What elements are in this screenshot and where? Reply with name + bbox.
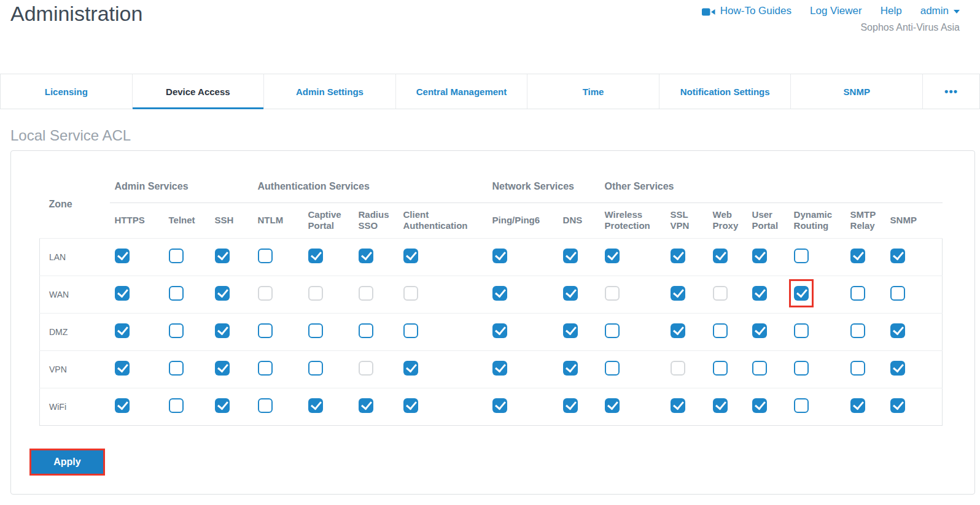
wan-ssl-vpn-checkbox[interactable] bbox=[671, 286, 685, 301]
wan-dns-checkbox[interactable] bbox=[563, 286, 578, 301]
lan-telnet-checkbox[interactable] bbox=[169, 249, 184, 263]
dmz-captive-portal-checkbox[interactable] bbox=[308, 323, 323, 338]
tab-snmp[interactable]: SNMP bbox=[791, 74, 923, 109]
dmz-ping-ping6-checkbox[interactable] bbox=[492, 323, 507, 338]
acl-cell bbox=[789, 350, 846, 388]
lan-smtp-relay-checkbox[interactable] bbox=[850, 249, 865, 263]
dmz-client-authentication-checkbox[interactable] bbox=[403, 323, 418, 338]
checkbox-wrap bbox=[713, 286, 728, 301]
tab-central-management[interactable]: Central Management bbox=[396, 74, 528, 109]
wifi-ssl-vpn-checkbox[interactable] bbox=[671, 398, 685, 413]
acl-cell bbox=[666, 238, 708, 276]
wifi-radius-sso-checkbox[interactable] bbox=[359, 398, 373, 413]
vpn-dns-checkbox[interactable] bbox=[563, 361, 578, 376]
vpn-ping-ping6-checkbox[interactable] bbox=[492, 361, 507, 376]
wifi-snmp-checkbox[interactable] bbox=[890, 398, 905, 413]
dmz-radius-sso-checkbox[interactable] bbox=[359, 323, 373, 338]
lan-ping-ping6-checkbox[interactable] bbox=[492, 249, 507, 263]
wifi-wireless-protection-checkbox[interactable] bbox=[605, 398, 620, 413]
how-to-guides-label: How-To Guides bbox=[720, 5, 791, 17]
wan-user-portal-checkbox[interactable] bbox=[752, 286, 767, 301]
acl-cell bbox=[747, 238, 789, 276]
wan-snmp-checkbox[interactable] bbox=[890, 286, 905, 301]
wifi-client-authentication-checkbox[interactable] bbox=[403, 398, 418, 413]
checkbox-wrap bbox=[890, 398, 905, 413]
checkbox-wrap bbox=[169, 286, 184, 301]
wifi-ping-ping6-checkbox[interactable] bbox=[492, 398, 507, 413]
admin-menu[interactable]: admin bbox=[920, 5, 960, 17]
wifi-https-checkbox[interactable] bbox=[115, 398, 130, 413]
lan-snmp-checkbox[interactable] bbox=[890, 249, 905, 263]
tabs-overflow-button[interactable]: ••• bbox=[923, 74, 979, 109]
lan-radius-sso-checkbox[interactable] bbox=[359, 249, 373, 263]
wan-telnet-checkbox[interactable] bbox=[169, 286, 184, 301]
vpn-ssh-checkbox[interactable] bbox=[215, 361, 230, 376]
vpn-wireless-protection-checkbox[interactable] bbox=[605, 361, 620, 376]
dmz-ssl-vpn-checkbox[interactable] bbox=[671, 323, 685, 338]
lan-user-portal-checkbox[interactable] bbox=[752, 249, 767, 263]
wan-web-proxy-checkbox bbox=[713, 286, 728, 301]
apply-button[interactable]: Apply bbox=[31, 450, 103, 474]
lan-client-authentication-checkbox[interactable] bbox=[403, 249, 418, 263]
lan-ssh-checkbox[interactable] bbox=[215, 249, 230, 263]
vpn-telnet-checkbox[interactable] bbox=[169, 361, 184, 376]
checkbox-wrap bbox=[605, 249, 620, 263]
log-viewer-link[interactable]: Log Viewer bbox=[810, 5, 862, 17]
wifi-user-portal-checkbox[interactable] bbox=[752, 398, 767, 413]
wifi-dns-checkbox[interactable] bbox=[563, 398, 578, 413]
dmz-ssh-checkbox[interactable] bbox=[215, 323, 230, 338]
acl-table: ZoneAdmin ServicesAuthentication Service… bbox=[39, 171, 943, 426]
vpn-smtp-relay-checkbox[interactable] bbox=[850, 361, 865, 376]
vpn-snmp-checkbox[interactable] bbox=[890, 361, 905, 376]
tab-admin-settings[interactable]: Admin Settings bbox=[264, 74, 396, 109]
zone-row-wan: WAN bbox=[40, 276, 943, 313]
dmz-dns-checkbox[interactable] bbox=[563, 323, 578, 338]
wifi-ssh-checkbox[interactable] bbox=[215, 398, 230, 413]
wifi-captive-portal-checkbox[interactable] bbox=[308, 398, 323, 413]
vpn-https-checkbox[interactable] bbox=[115, 361, 130, 376]
wan-ssh-checkbox[interactable] bbox=[215, 286, 230, 301]
checkbox-wrap bbox=[403, 361, 418, 376]
help-link[interactable]: Help bbox=[881, 5, 902, 17]
wan-ping-ping6-checkbox[interactable] bbox=[492, 286, 507, 301]
tab-licensing[interactable]: Licensing bbox=[1, 74, 133, 109]
tab-notification-settings[interactable]: Notification Settings bbox=[659, 74, 791, 109]
dmz-telnet-checkbox[interactable] bbox=[169, 323, 184, 338]
lan-wireless-protection-checkbox[interactable] bbox=[605, 249, 620, 263]
lan-ntlm-checkbox[interactable] bbox=[258, 249, 273, 263]
wan-https-checkbox[interactable] bbox=[115, 286, 130, 301]
column-header-ssh: SSH bbox=[210, 202, 253, 238]
wifi-dynamic-routing-checkbox[interactable] bbox=[794, 398, 809, 413]
wifi-ntlm-checkbox[interactable] bbox=[258, 398, 273, 413]
lan-web-proxy-checkbox[interactable] bbox=[713, 249, 728, 263]
dmz-smtp-relay-checkbox[interactable] bbox=[850, 323, 865, 338]
tab-device-access[interactable]: Device Access bbox=[133, 74, 265, 109]
acl-cell bbox=[666, 313, 708, 350]
vpn-ntlm-checkbox[interactable] bbox=[258, 361, 273, 376]
wifi-web-proxy-checkbox[interactable] bbox=[713, 398, 728, 413]
vpn-client-authentication-checkbox[interactable] bbox=[403, 361, 418, 376]
lan-ssl-vpn-checkbox[interactable] bbox=[671, 249, 685, 263]
vpn-captive-portal-checkbox[interactable] bbox=[308, 361, 323, 376]
wan-dynamic-routing-checkbox[interactable] bbox=[794, 286, 809, 301]
lan-dns-checkbox[interactable] bbox=[563, 249, 578, 263]
dmz-user-portal-checkbox[interactable] bbox=[752, 323, 767, 338]
dmz-web-proxy-checkbox[interactable] bbox=[713, 323, 728, 338]
vpn-user-portal-checkbox[interactable] bbox=[752, 361, 767, 376]
lan-https-checkbox[interactable] bbox=[115, 249, 130, 263]
dmz-ntlm-checkbox[interactable] bbox=[258, 323, 273, 338]
vpn-dynamic-routing-checkbox[interactable] bbox=[794, 361, 809, 376]
wan-smtp-relay-checkbox[interactable] bbox=[850, 286, 865, 301]
dmz-dynamic-routing-checkbox[interactable] bbox=[794, 323, 809, 338]
wifi-smtp-relay-checkbox[interactable] bbox=[850, 398, 865, 413]
checkbox-wrap bbox=[605, 361, 620, 376]
dmz-https-checkbox[interactable] bbox=[115, 323, 130, 338]
wifi-telnet-checkbox[interactable] bbox=[169, 398, 184, 413]
lan-dynamic-routing-checkbox[interactable] bbox=[794, 249, 809, 263]
vpn-web-proxy-checkbox[interactable] bbox=[713, 361, 728, 376]
lan-captive-portal-checkbox[interactable] bbox=[308, 249, 323, 263]
how-to-guides-link[interactable]: How-To Guides bbox=[702, 5, 791, 17]
tab-time[interactable]: Time bbox=[527, 74, 659, 109]
dmz-snmp-checkbox[interactable] bbox=[890, 323, 905, 338]
dmz-wireless-protection-checkbox[interactable] bbox=[605, 323, 620, 338]
